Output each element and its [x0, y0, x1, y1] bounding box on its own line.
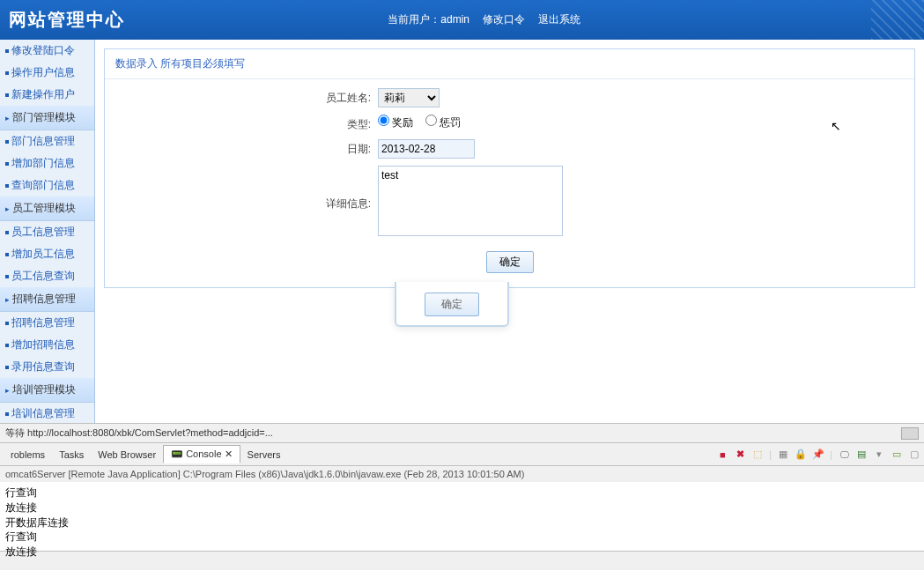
detail-label: 详细信息: — [122, 166, 378, 211]
date-label: 日期: — [122, 139, 378, 157]
sidebar-nav[interactable]: 修改登陆口令 操作用户信息 新建操作用户▸ 部门管理模块 部门信息管理 增加部门… — [0, 40, 95, 423]
bullet-icon — [5, 140, 9, 144]
sidebar-header[interactable]: ▸ 部门管理模块 — [0, 106, 94, 130]
expand-icon: ▸ — [5, 295, 10, 304]
console-output[interactable]: 行查询放连接开数据库连接行查询放连接 — [0, 482, 924, 551]
type-label: 类型: — [122, 115, 378, 132]
max-icon[interactable]: ▢ — [908, 448, 920, 461]
tab-close-icon[interactable]: ✕ — [225, 448, 233, 459]
bullet-icon — [5, 93, 9, 97]
submit-button[interactable]: 确定 — [486, 251, 534, 273]
bullet-icon — [5, 49, 9, 53]
current-user-label: 当前用户：admin — [388, 12, 469, 27]
type-radio-punish[interactable]: 惩罚 — [425, 116, 461, 129]
confirm-dialog: 确定 — [395, 282, 509, 327]
sidebar-item[interactable]: 员工信息查询 — [0, 265, 94, 287]
tab-console[interactable]: 📟 Console ✕ — [163, 445, 240, 463]
display-icon[interactable]: 🖵 — [838, 448, 850, 461]
date-input[interactable] — [378, 139, 475, 159]
terminate-icon[interactable]: ■ — [716, 448, 728, 461]
cursor-icon: ↖ — [831, 119, 841, 133]
bullet-icon — [5, 366, 9, 369]
sidebar-header[interactable]: ▸ 培训管理模块 — [0, 378, 94, 403]
bullet-icon — [5, 412, 9, 416]
sidebar-item[interactable]: 操作用户信息 — [0, 62, 94, 84]
clear-console-icon[interactable]: ▦ — [777, 448, 789, 461]
console-line: 行查询 — [5, 485, 919, 500]
sidebar-item[interactable]: 修改登陆口令 — [0, 40, 94, 62]
tab-tasks[interactable]: Tasks — [52, 447, 91, 463]
bullet-icon — [5, 184, 9, 188]
dialog-ok-button[interactable]: 确定 — [425, 293, 479, 316]
status-scroll-placeholder — [901, 427, 919, 440]
main-content: 数据录入 所有项目必须填写 员工姓名: 莉莉 类型: 奖励 惩罚 — [95, 40, 924, 423]
console-process-header: omcat6Server [Remote Java Application] C… — [0, 466, 924, 482]
panel-breadcrumb: 数据录入 所有项目必须填写 — [105, 49, 914, 79]
bullet-icon — [5, 322, 9, 325]
console-toolbar: ■ ✖ ⬚ | ▦ 🔒 📌 | 🖵 ▤ ▾ ▭ ▢ — [716, 448, 920, 461]
expand-icon: ▸ — [5, 114, 10, 122]
console-line: 放连接 — [5, 500, 919, 515]
bullet-icon — [5, 253, 9, 256]
logout-link[interactable]: 退出系统 — [538, 12, 580, 27]
min-icon[interactable]: ▭ — [891, 448, 903, 461]
dropdown-icon[interactable]: ▾ — [873, 448, 885, 461]
detail-textarea[interactable]: test — [378, 166, 563, 236]
bullet-icon — [5, 275, 9, 278]
open-console-icon[interactable]: ▤ — [855, 448, 868, 461]
console-line: 行查询 — [5, 530, 919, 545]
bullet-icon — [5, 71, 9, 75]
tab-web-browser[interactable]: Web Browser — [91, 447, 163, 463]
employee-select[interactable]: 莉莉 — [378, 88, 440, 107]
sidebar-item[interactable]: 增加员工信息 — [0, 243, 94, 265]
sidebar-item[interactable]: 员工信息管理 — [0, 221, 94, 243]
form-panel: 数据录入 所有项目必须填写 员工姓名: 莉莉 类型: 奖励 惩罚 — [104, 48, 915, 288]
sidebar-item[interactable]: 招聘信息管理 — [0, 312, 94, 334]
employee-label: 员工姓名: — [122, 88, 378, 106]
console-line: 开数据库连接 — [5, 515, 919, 530]
sidebar-item[interactable]: 查询部门信息 — [0, 174, 94, 196]
sidebar-item[interactable]: 录用信息查询 — [0, 356, 94, 378]
scroll-lock-icon[interactable]: 🔒 — [795, 448, 807, 461]
change-password-link[interactable]: 修改口令 — [483, 12, 525, 27]
sidebar-item[interactable]: 增加部门信息 — [0, 152, 94, 174]
type-radio-reward[interactable]: 奖励 — [378, 116, 413, 129]
tab-problems[interactable]: roblems — [4, 447, 52, 463]
expand-icon: ▸ — [5, 204, 10, 213]
sidebar-item[interactable]: 增加招聘信息 — [0, 334, 94, 356]
header-user-area: 当前用户：admin 修改口令 退出系统 — [388, 12, 580, 27]
sidebar-item[interactable]: 部门信息管理 — [0, 130, 94, 152]
ide-bottom-bar — [0, 551, 924, 570]
browser-status-bar: 等待 http://localhost:8080/xbk/ComServlet?… — [0, 423, 924, 442]
app-title: 网站管理中心 — [9, 8, 125, 32]
sidebar-header[interactable]: ▸ 员工管理模块 — [0, 196, 94, 221]
pin-console-icon[interactable]: 📌 — [812, 448, 824, 461]
status-text: 等待 http://localhost:8080/xbk/ComServlet?… — [5, 426, 273, 440]
tab-servers[interactable]: Servers — [240, 447, 288, 463]
bullet-icon — [5, 231, 9, 234]
sidebar-item[interactable]: 培训信息管理 — [0, 403, 94, 423]
remove-all-icon[interactable]: ⬚ — [751, 448, 764, 461]
bullet-icon — [5, 344, 9, 347]
sidebar-item[interactable]: 新建操作用户 — [0, 84, 94, 106]
sidebar-header[interactable]: ▸ 招聘信息管理 — [0, 287, 94, 312]
ide-tab-bar: roblems Tasks Web Browser 📟 Console ✕ Se… — [0, 442, 924, 466]
header-decor — [871, 0, 924, 40]
bullet-icon — [5, 162, 9, 166]
remove-terminated-icon[interactable]: ✖ — [734, 448, 746, 461]
expand-icon: ▸ — [5, 386, 10, 395]
app-header: 网站管理中心 当前用户：admin 修改口令 退出系统 — [0, 0, 924, 40]
